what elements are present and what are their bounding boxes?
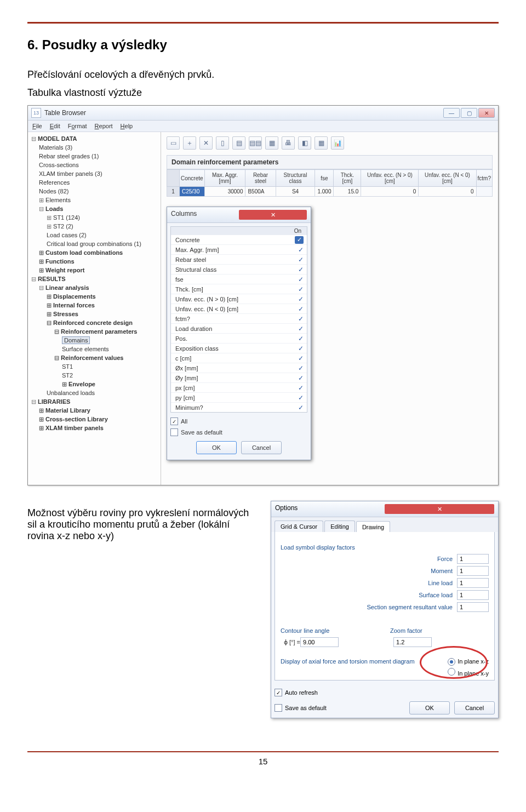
tree-st1[interactable]: ST1 (124) (47, 213, 157, 222)
tool-add-icon[interactable]: ＋ (183, 136, 196, 150)
col-structclass[interactable]: Structural class (276, 170, 315, 187)
contour-field[interactable]: 9.00 (300, 637, 339, 647)
col-fse[interactable]: fse (315, 170, 334, 187)
tree-xlam-panels[interactable]: XLAM timber panels (3) (39, 169, 157, 178)
tree-displacements[interactable]: Displacements (47, 292, 157, 301)
tab-grid-cursor[interactable]: Grid & Cursor (275, 521, 323, 532)
tool-chart-icon[interactable]: 📊 (331, 136, 344, 150)
tool-grid2-icon[interactable]: ▦ (265, 136, 278, 150)
tree-surface-elements[interactable]: Surface elements (62, 345, 157, 353)
tree-model-data[interactable]: MODEL DATA (31, 134, 157, 143)
col-maxaggr[interactable]: Max. Aggr. [mm] (204, 170, 245, 187)
tool-cell-icon[interactable]: ▦ (315, 136, 328, 150)
tree-weight-report[interactable]: Weight report (39, 266, 157, 275)
tree-stresses[interactable]: Stresses (47, 310, 157, 318)
tool-column-icon[interactable]: ▯ (216, 136, 229, 150)
tree-loads[interactable]: Loads (39, 204, 157, 213)
tree-st2[interactable]: ST2 (2) (47, 222, 157, 231)
tree-functions[interactable]: Functions (39, 257, 157, 266)
tree-custom-combos[interactable]: Custom load combinations (39, 248, 157, 257)
tree-rc-design[interactable]: Reinforced concrete design (47, 318, 157, 327)
tree-cross-sections[interactable]: Cross-sections (39, 161, 157, 169)
tab-editing[interactable]: Editing (324, 521, 355, 532)
tree-nodes[interactable]: Nodes (82) (39, 187, 157, 196)
tree-xlam-lib[interactable]: XLAM timber panels (39, 424, 157, 432)
close-button[interactable]: ✕ (478, 108, 495, 118)
minimize-button[interactable]: — (443, 108, 460, 118)
moment-field[interactable]: 1 (457, 566, 489, 576)
ok-button[interactable]: OK (196, 441, 237, 454)
list-item[interactable]: Minimum?✓ (171, 403, 307, 412)
list-item[interactable]: px [cm]✓ (171, 383, 307, 393)
menu-help[interactable]: Help (121, 123, 133, 129)
tool-grid1-icon[interactable]: ▤▤ (249, 136, 262, 150)
list-item[interactable]: Max. Aggr. [mm]✓ (171, 245, 307, 255)
force-field[interactable]: 1 (457, 554, 489, 564)
tree-load-cases[interactable]: Load cases (2) (47, 231, 157, 239)
tab-drawing[interactable]: Drawing (356, 521, 390, 533)
tree-results[interactable]: RESULTS (31, 275, 157, 283)
list-item[interactable]: fse✓ (171, 275, 307, 284)
tree-internal-forces[interactable]: Internal forces (47, 301, 157, 310)
list-item[interactable]: Rebar steel✓ (171, 255, 307, 265)
list-item[interactable]: Load duration✓ (171, 324, 307, 334)
menu-edit[interactable]: Edit (50, 123, 60, 129)
list-item[interactable]: Pos.✓ (171, 334, 307, 344)
list-item[interactable]: Exposition class✓ (171, 344, 307, 353)
options-ok-button[interactable]: OK (409, 701, 450, 714)
tree-linear-analysis[interactable]: Linear analysis (39, 283, 157, 292)
col-fctm[interactable]: fctm? (476, 170, 493, 187)
tool-tile-icon[interactable]: ◧ (298, 136, 311, 150)
tree-rv-st1[interactable]: ST1 (62, 362, 157, 371)
list-item[interactable]: Unfav. ecc. (N > 0) [cm]✓ (171, 294, 307, 304)
lineload-field[interactable]: 1 (457, 578, 489, 588)
tree-references[interactable]: References (39, 178, 157, 187)
checkbox-save-default[interactable]: Save as default (170, 427, 307, 438)
maximize-button[interactable]: ▢ (461, 108, 477, 118)
list-item[interactable]: Unfav. ecc. (N < 0) [cm]✓ (171, 304, 307, 314)
tool-delete-icon[interactable]: ✕ (199, 136, 213, 150)
tree-domains[interactable]: Domains (62, 336, 157, 345)
list-item[interactable]: Thck. [cm]✓ (171, 284, 307, 294)
surfload-field[interactable]: 1 (457, 590, 489, 600)
list-item[interactable]: c [cm]✓ (171, 353, 307, 363)
tree-critical-combos[interactable]: Critical load group combinations (1) (47, 239, 157, 248)
options-cancel-button[interactable]: Cancel (454, 701, 495, 714)
menu-file[interactable]: FFileile (32, 123, 42, 129)
zoom-field[interactable]: 1.2 (393, 637, 432, 647)
col-unfavn0[interactable]: Unfav. ecc. (N > 0) [cm] (361, 170, 419, 187)
col-unfavn1[interactable]: Unfav. ecc. (N < 0) [cm] (419, 170, 476, 187)
col-concrete[interactable]: Concrete (180, 170, 205, 187)
reinforcement-table[interactable]: Concrete Max. Aggr. [mm] Rebar steel Str… (167, 169, 493, 197)
tree-envelope[interactable]: Envelope (62, 380, 157, 388)
checkbox-save-default[interactable]: Save as default (275, 702, 327, 713)
tree-reinf-params[interactable]: Reinforcement parameters (54, 327, 157, 336)
tree-unbalanced[interactable]: Unbalanced loads (47, 388, 157, 397)
list-item[interactable]: Øx [mm]✓ (171, 363, 307, 373)
list-item[interactable]: py [cm]✓ (171, 393, 307, 403)
section-field[interactable]: 1 (457, 602, 489, 612)
col-thck[interactable]: Thck. [cm] (334, 170, 361, 187)
col-rebar[interactable]: Rebar steel (245, 170, 276, 187)
list-item[interactable]: Øy [mm]✓ (171, 373, 307, 383)
menu-format[interactable]: Format (68, 123, 87, 129)
checkbox-all[interactable]: ✓All (170, 416, 307, 427)
menu-report[interactable]: Report (95, 123, 113, 129)
cancel-button[interactable]: Cancel (241, 441, 282, 454)
tool-list-icon[interactable]: ▤ (232, 136, 245, 150)
list-item[interactable]: Structural class✓ (171, 265, 307, 275)
tool-print-icon[interactable]: 🖶 (282, 136, 295, 150)
tree-materials[interactable]: Materials (3) (39, 143, 157, 152)
columns-close-icon[interactable]: ✕ (239, 210, 307, 220)
tree-rebar-grades[interactable]: Rebar steel grades (1) (39, 152, 157, 161)
tree-rv-st2[interactable]: ST2 (62, 371, 157, 380)
tree-libraries[interactable]: LIBRARIES (31, 397, 157, 406)
tree-material-lib[interactable]: Material Library (39, 406, 157, 415)
list-item[interactable]: fctm?✓ (171, 314, 307, 324)
table-row[interactable]: 1 C25/30 30000 B500A S4 1.000 15.0 0 0 (167, 187, 493, 197)
model-tree[interactable]: MODEL DATA Materials (3) Rebar steel gra… (28, 132, 161, 485)
options-close-icon[interactable]: ✕ (385, 504, 494, 514)
tree-elements[interactable]: Elements (39, 196, 157, 204)
tree-crosssect-lib[interactable]: Cross-section Library (39, 415, 157, 424)
tree-reinf-values[interactable]: Reinforcement values (54, 353, 157, 362)
